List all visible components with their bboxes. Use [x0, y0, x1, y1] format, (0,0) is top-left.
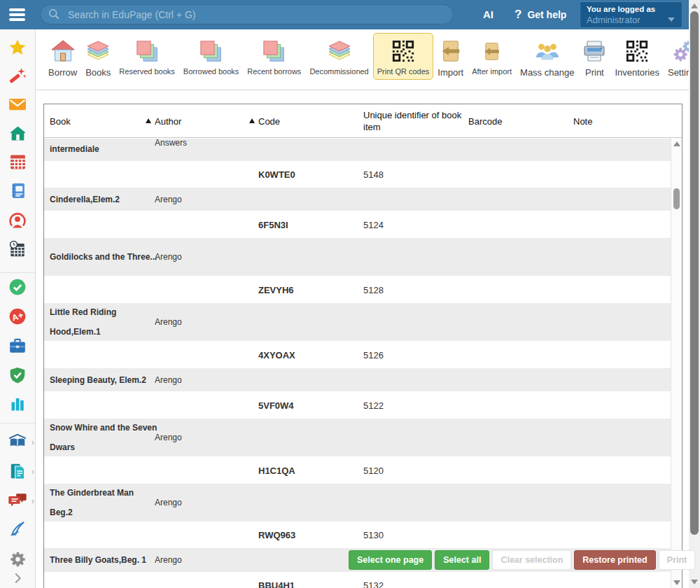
toolbar-item-label: Books	[85, 67, 111, 78]
book-author: Arengo	[155, 375, 182, 385]
select-all-button[interactable]: Select all	[435, 550, 489, 570]
column-header-author[interactable]: Author	[155, 104, 246, 138]
table-row-book[interactable]: Little Red Riding Hood,Elem.1Arengo	[44, 302, 671, 342]
book-unique-identifier: 5132	[363, 580, 384, 588]
scroll-up-icon[interactable]	[673, 141, 680, 146]
table-row-book-copy[interactable]: RWQ9635130	[44, 522, 671, 547]
toolbar-item-print-qr-codes[interactable]: Print QR codes	[373, 33, 434, 80]
toolbar-item-import[interactable]: Import	[433, 33, 468, 82]
table-scrollbar[interactable]	[671, 138, 682, 588]
table-scrollbar-thumb[interactable]	[673, 188, 680, 209]
toolbar-item-books[interactable]: Books	[81, 33, 115, 82]
library-toolbar: BorrowBooksReserved booksBorrowed booksR…	[36, 29, 689, 90]
printer-icon	[582, 38, 606, 64]
sidebar-item-documents[interactable]: ›	[0, 462, 35, 483]
stack-icon	[136, 38, 159, 64]
table-row-book[interactable]: Sleeping Beauty, Elem.2Arengo	[44, 368, 671, 392]
book-title: Three Billy Goats,Beg. 1	[50, 550, 158, 570]
toolbar-item-label: Recent borrows	[247, 67, 301, 76]
book-title: Snow Whire and the Seven Dwars	[50, 418, 158, 457]
chevron-down-icon	[668, 18, 675, 22]
toolbar-item-label: Borrow	[48, 67, 77, 78]
sidebar-item-calendar-clock[interactable]	[0, 240, 35, 261]
table-body: intermedialeAnswersK0WTE05148Cinderella,…	[44, 138, 671, 588]
table-row-book[interactable]: Goldilocks and the Three...Arengo	[44, 237, 671, 276]
sidebar-item-magic-wand[interactable]	[0, 66, 35, 88]
table-row-book[interactable]: Cinderella,Elem.2Arengo	[44, 187, 671, 211]
sidebar-item-chat[interactable]: ›	[0, 491, 35, 512]
get-help-button[interactable]: ? Get help	[514, 0, 566, 29]
toolbar-item-inventories[interactable]: Inventories	[610, 33, 664, 82]
table-row-book-copy[interactable]: H1C1QA5120	[44, 457, 671, 483]
scroll-down-icon[interactable]	[673, 580, 680, 585]
table-row-book[interactable]: intermedialeAnswers	[44, 138, 671, 162]
table-row-book-copy[interactable]: BBU4H15132	[44, 573, 671, 588]
book-code: H1C1QA	[258, 465, 295, 475]
toolbar-item-reserved-books[interactable]: Reserved books	[115, 33, 179, 80]
gear-icon	[9, 550, 27, 570]
table-row-book[interactable]: The Ginderbreat Man Beg.2Arengo	[44, 483, 671, 522]
select-one-page-button[interactable]: Select one page	[349, 550, 432, 570]
toolbar-item-mass-change[interactable]: Mass change	[516, 33, 578, 82]
sidebar-item-person[interactable]	[0, 211, 35, 232]
sidebar-item-shield[interactable]	[0, 366, 35, 387]
column-header-label: Barcode	[468, 115, 502, 127]
toolbar-item-after-import[interactable]: After import	[468, 33, 516, 80]
user-menu[interactable]: You are logged as Administrator	[580, 1, 682, 28]
sidebar-item-envelope[interactable]	[0, 95, 35, 116]
page-scroll-up-icon[interactable]	[691, 4, 698, 8]
sidebar-item-library[interactable]: ›	[0, 433, 35, 454]
edupage-screen: AI ? Get help You are logged as Administ…	[0, 0, 700, 588]
restore-printed-button[interactable]: Restore printed	[574, 550, 655, 570]
envelope-icon	[8, 95, 27, 116]
search-box[interactable]	[40, 4, 454, 24]
table-row-book-copy[interactable]: 4XYOAX5126	[44, 342, 671, 368]
toolbar-item-print[interactable]: Print	[578, 33, 610, 82]
sidebar-item-chevron-right[interactable]	[0, 570, 35, 588]
person-icon	[8, 211, 27, 232]
sidebar-item-check-badge[interactable]	[0, 278, 35, 299]
page-scroll-down-icon[interactable]	[691, 580, 698, 584]
sidebar-item-pen[interactable]	[0, 519, 35, 540]
toolbar-item-decommissioned[interactable]: Decommissioned	[305, 33, 372, 80]
clear-selection-button: Clear selection	[492, 550, 571, 570]
sort-asc-icon[interactable]	[249, 118, 255, 123]
book-unique-identifier: 5126	[363, 349, 384, 360]
toolbar-item-recent-borrows[interactable]: Recent borrows	[243, 33, 305, 80]
book-code: 4XYOAX	[258, 349, 295, 360]
column-header-barcode[interactable]: Barcode	[468, 104, 566, 138]
sidebar-item-star[interactable]	[0, 38, 35, 59]
sort-asc-icon[interactable]	[146, 118, 151, 123]
chevron-right-icon: ›	[31, 467, 34, 477]
book-title: intermediale	[50, 144, 158, 154]
book-unique-identifier: 5148	[363, 169, 384, 180]
toolbar-item-borrow[interactable]: Borrow	[44, 33, 81, 82]
sidebar-item-notebook[interactable]	[0, 182, 35, 202]
sidebar-item-grade-badge[interactable]: A+	[0, 307, 35, 328]
column-header-book[interactable]: Book	[50, 104, 141, 138]
column-header-code[interactable]: Code	[258, 104, 356, 138]
column-header-note[interactable]: Note	[573, 104, 678, 138]
sidebar-item-bar-chart[interactable]	[0, 396, 35, 415]
ai-button[interactable]: AI	[483, 0, 493, 29]
toolbar-item-label: Reserved books	[119, 67, 175, 76]
sidebar-item-gear[interactable]	[0, 550, 35, 570]
toolbar-item-borrowed-books[interactable]: Borrowed books	[179, 33, 244, 80]
table-row-book-copy[interactable]: K0WTE05148	[44, 162, 671, 187]
table-row-book-copy[interactable]: ZEVYH65128	[44, 276, 671, 302]
search-input[interactable]	[66, 8, 446, 21]
sidebar-item-house[interactable]	[0, 125, 35, 145]
question-mark-icon: ?	[514, 0, 522, 29]
sidebar-item-calendar[interactable]	[0, 153, 35, 174]
table-row-book[interactable]: Snow Whire and the Seven DwarsArengo	[44, 418, 671, 457]
page-scrollbar-thumb[interactable]	[690, 11, 699, 535]
calendar-icon	[9, 153, 27, 174]
column-header-label: Author	[155, 115, 181, 127]
table-row-book-copy[interactable]: 6F5N3I5124	[44, 211, 671, 237]
column-header-unique-identifier-of-book-item[interactable]: Unique identifier of book item	[363, 104, 472, 138]
page-scrollbar[interactable]	[689, 0, 700, 588]
table-row-book-copy[interactable]: 5VF0W45122	[44, 392, 671, 418]
sidebar-item-briefcase[interactable]	[0, 337, 35, 358]
hamburger-menu-icon[interactable]	[9, 8, 25, 23]
get-help-label: Get help	[527, 0, 566, 29]
